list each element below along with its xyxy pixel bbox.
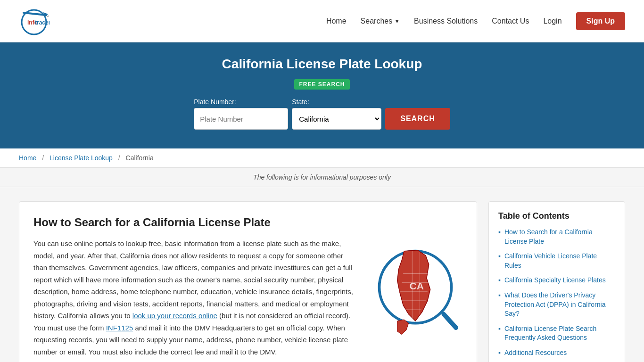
breadcrumb-lookup[interactable]: License Plate Lookup xyxy=(50,154,113,162)
info-bar: The following is for informational purpo… xyxy=(0,168,644,187)
logo-icon: info tracer ™ xyxy=(19,6,50,36)
header: info tracer ™ Home Searches ▼ Business S… xyxy=(0,0,644,42)
main-nav: Home Searches ▼ Business Solutions Conta… xyxy=(326,12,625,30)
main-content: How to Search for a California License P… xyxy=(0,187,644,362)
article-paragraph-1: You can use online portals to lookup fre… xyxy=(33,238,359,358)
toc-title: Table of Contents xyxy=(498,211,615,221)
article-title: How to Search for a California License P… xyxy=(33,216,462,229)
article-link-inf1125[interactable]: INF1125 xyxy=(106,324,133,332)
toc-item: Additional Resources xyxy=(498,348,615,358)
state-select[interactable]: AlabamaAlaskaArizonaArkansasCaliforniaCo… xyxy=(292,108,381,130)
nav-searches[interactable]: Searches ▼ xyxy=(361,17,400,25)
state-field: State: AlabamaAlaskaArizonaArkansasCalif… xyxy=(292,98,381,130)
toc-item: How to Search for a California License P… xyxy=(498,228,615,246)
nav-business-solutions[interactable]: Business Solutions xyxy=(414,17,478,25)
toc-link[interactable]: What Does the Driver's Privacy Protectio… xyxy=(504,291,615,319)
toc-box: Table of Contents How to Search for a Ca… xyxy=(488,201,625,362)
california-map-image: CA xyxy=(368,238,462,341)
search-button[interactable]: SEARCH xyxy=(385,108,450,130)
nav-home[interactable]: Home xyxy=(326,17,347,25)
chevron-down-icon: ▼ xyxy=(394,18,400,25)
hero-title: California License Plate Lookup xyxy=(19,57,625,72)
sidebar: Table of Contents How to Search for a Ca… xyxy=(488,201,625,362)
toc-item: California License Plate Search Frequent… xyxy=(498,324,615,343)
breadcrumb-sep-2: / xyxy=(118,154,120,162)
toc-link[interactable]: California Vehicle License Plate Rules xyxy=(504,252,615,270)
article-body: You can use online portals to lookup fre… xyxy=(33,238,462,362)
breadcrumb: Home / License Plate Lookup / California xyxy=(0,148,644,168)
info-bar-text: The following is for informational purpo… xyxy=(253,173,391,181)
toc-link[interactable]: California License Plate Search Frequent… xyxy=(504,324,615,343)
plate-field: Plate Number: xyxy=(194,98,288,130)
breadcrumb-state: California xyxy=(126,154,154,162)
article: How to Search for a California License P… xyxy=(19,201,477,362)
logo: info tracer ™ xyxy=(19,6,50,36)
toc-link[interactable]: Additional Resources xyxy=(504,348,567,358)
toc-list: How to Search for a California License P… xyxy=(498,228,615,358)
svg-text:tracer: tracer xyxy=(35,19,50,26)
nav-signup[interactable]: Sign Up xyxy=(576,12,625,30)
svg-text:CA: CA xyxy=(410,280,424,291)
plate-label: Plate Number: xyxy=(194,98,236,106)
toc-link[interactable]: How to Search for a California License P… xyxy=(504,228,615,246)
article-link-records[interactable]: look up your records online xyxy=(132,312,217,320)
article-text: You can use online portals to lookup fre… xyxy=(33,238,359,362)
breadcrumb-sep-1: / xyxy=(42,154,44,162)
toc-link[interactable]: California Specialty License Plates xyxy=(504,276,606,285)
california-map-svg: CA xyxy=(371,238,460,341)
hero-section: California License Plate Lookup FREE SEA… xyxy=(0,42,644,148)
plate-input[interactable] xyxy=(194,108,288,130)
free-badge: FREE SEARCH xyxy=(294,79,349,90)
nav-login[interactable]: Login xyxy=(543,17,561,25)
toc-item: California Vehicle License Plate Rules xyxy=(498,252,615,270)
breadcrumb-home[interactable]: Home xyxy=(19,154,36,162)
state-label: State: xyxy=(292,98,309,106)
svg-text:™: ™ xyxy=(45,15,49,19)
svg-line-14 xyxy=(444,314,456,328)
nav-contact-us[interactable]: Contact Us xyxy=(492,17,529,25)
toc-item: California Specialty License Plates xyxy=(498,276,615,285)
search-form: Plate Number: State: AlabamaAlaskaArizon… xyxy=(19,98,625,130)
toc-item: What Does the Driver's Privacy Protectio… xyxy=(498,291,615,319)
